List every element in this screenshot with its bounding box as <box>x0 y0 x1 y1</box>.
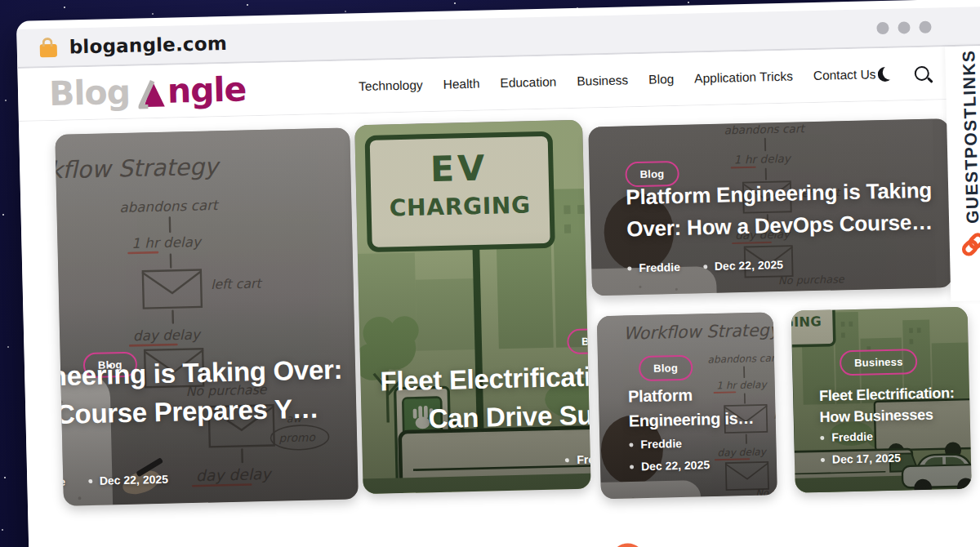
post-meta: Freddie Dec 17, 2025 <box>820 429 901 466</box>
post-date: Dec 22, 2025 <box>100 473 168 487</box>
nav-item-blog[interactable]: Blog <box>648 72 674 87</box>
window-control-dot[interactable] <box>919 20 931 33</box>
post-title[interactable]: Fleet Electrification: How Businesses <box>819 382 956 428</box>
chain-link-icon <box>960 231 980 258</box>
watermark-label[interactable]: GUESTPOSTLINKS <box>959 49 980 224</box>
post-card-wide[interactable]: Blog Platform Engineering is Taking Over… <box>588 118 953 296</box>
post-title[interactable]: Platform Engineering is Taking Over: How… <box>626 174 953 245</box>
window-controls[interactable] <box>876 20 931 34</box>
browser-window: blogangle.com Blog ngle Technology Healt… <box>16 0 980 547</box>
bullet-icon <box>565 458 569 462</box>
post-date: Dec 17, 2025 <box>832 451 901 466</box>
lock-icon <box>40 43 57 56</box>
logo-triangle-a-icon <box>138 78 167 109</box>
starfield-decoration <box>0 0 2 2</box>
nav-item-contact-us[interactable]: Contact Us <box>813 67 876 83</box>
header-icons <box>878 66 929 82</box>
bullet-icon <box>627 266 631 270</box>
search-icon[interactable] <box>915 66 929 81</box>
window-control-dot[interactable] <box>898 21 910 33</box>
nav-item-business[interactable]: Business <box>577 73 628 88</box>
bullet-icon <box>88 478 92 483</box>
bullet-icon <box>629 442 633 447</box>
post-title[interactable]: Platform Engineering is Taking Over: How… <box>55 351 344 439</box>
post-card-small-ev[interactable]: Business Fleet Electrification: How Busi… <box>791 307 972 493</box>
dark-mode-toggle-moon-icon[interactable] <box>878 67 893 82</box>
post-author: Freddie <box>577 452 591 466</box>
nav-item-education[interactable]: Education <box>500 74 556 91</box>
logo-text-accent: ngle <box>167 69 247 110</box>
featured-post-card-center[interactable]: Business Fleet Electrification: How Busi… <box>354 120 591 494</box>
nav-item-technology[interactable]: Technology <box>359 78 423 94</box>
address-bar-url[interactable]: blogangle.com <box>69 33 227 58</box>
bullet-icon <box>703 265 707 269</box>
featured-post-card-left[interactable]: Blog Platform Engineering is Taking Over… <box>55 127 359 505</box>
post-author: Freddie <box>640 437 682 451</box>
bullet-icon <box>821 457 825 461</box>
window-control-dot[interactable] <box>876 21 889 33</box>
image-overlay <box>55 127 359 505</box>
bullet-icon <box>820 435 824 439</box>
post-date: Dec 22, 2025 <box>641 458 710 473</box>
post-date: Dec 22, 2025 <box>715 258 783 273</box>
post-grid: Blog Platform Engineering is Taking Over… <box>19 98 980 547</box>
post-card-small-whiteboard[interactable]: Blog Platform Engineering is… Freddie De… <box>597 312 777 499</box>
post-meta: Freddie Dec 22, 2025 <box>629 436 710 473</box>
category-badge[interactable]: Blog <box>639 355 693 382</box>
nav-item-health[interactable]: Health <box>443 77 479 92</box>
post-author: Freddie <box>831 429 873 443</box>
category-badge[interactable]: Business <box>840 349 918 376</box>
site-logo[interactable]: Blog ngle <box>49 69 247 113</box>
post-title[interactable]: Fleet Electrification: How Businesses Ca… <box>380 352 591 439</box>
logo-text-gray: Blog <box>49 73 131 113</box>
post-author: Freddie <box>639 260 680 274</box>
post-title[interactable]: Platform Engineering is… <box>628 380 769 433</box>
main-nav: Technology Health Education Business Blo… <box>359 67 876 94</box>
nav-item-application-tricks[interactable]: Application Tricks <box>694 69 793 87</box>
guestpostlinks-watermark[interactable]: GUESTPOSTLINKS <box>945 46 980 301</box>
post-meta: Freddie <box>565 452 591 467</box>
bullet-icon <box>630 465 634 469</box>
scroll-decoration-circle <box>610 543 645 547</box>
post-author: Freddie <box>55 475 65 489</box>
